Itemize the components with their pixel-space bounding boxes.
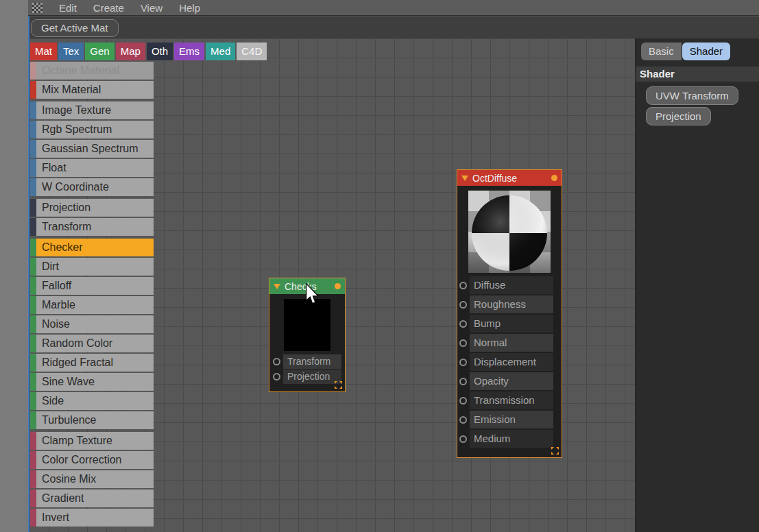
palette-item-color-indicator [30, 335, 36, 352]
menu-item-view[interactable]: View [141, 2, 162, 14]
category-tab-tex[interactable]: Tex [58, 43, 84, 60]
palette-item-color-indicator [30, 432, 36, 450]
palette-item-marble[interactable]: Marble [30, 296, 154, 314]
palette-item-color-indicator [30, 354, 36, 372]
port-circle-icon[interactable] [459, 435, 467, 443]
menu-item-help[interactable]: Help [179, 2, 200, 14]
port-normal[interactable]: Normal [457, 334, 562, 352]
palette-item-label: Side [36, 392, 154, 410]
palette-item-label: Float [36, 159, 154, 177]
palette-item-label: Rgb Spectrum [36, 121, 154, 138]
port-circle-icon[interactable] [459, 416, 467, 424]
port-circle-icon[interactable] [459, 339, 467, 347]
port-transmission[interactable]: Transmission [457, 391, 562, 409]
palette-item-octane-material[interactable]: Octane Material [30, 62, 154, 80]
node-ports: DiffuseRoughnessBumpNormalDisplacementOp… [457, 276, 562, 448]
app-background-strip [0, 0, 28, 532]
palette-item-gradient[interactable]: Gradient [30, 489, 154, 507]
category-tab-med[interactable]: Med [206, 43, 235, 60]
port-circle-icon[interactable] [459, 397, 467, 404]
palette-item-random-color[interactable]: Random Color [30, 335, 154, 352]
category-tab-c4d[interactable]: C4D [237, 43, 267, 60]
palette-item-color-indicator [30, 258, 36, 276]
palette-item-noise[interactable]: Noise [30, 315, 154, 333]
menu-item-create[interactable]: Create [93, 2, 124, 14]
category-tab-mat[interactable]: Mat [30, 43, 57, 60]
node-octdiffuse-header[interactable]: OctDiffuse [457, 170, 562, 186]
port-label: Bump [470, 315, 553, 332]
mouse-cursor-icon [304, 283, 322, 305]
collapse-triangle-icon[interactable] [461, 176, 468, 181]
uvw-transform-button[interactable]: UVW Transform [646, 86, 738, 105]
palette-item-color-indicator [30, 315, 36, 333]
palette-item-w-coordinate[interactable]: W Coordinate [30, 178, 154, 196]
palette-item-label: Mix Material [36, 81, 154, 99]
palette-item-label: Clamp Texture [36, 432, 154, 450]
shader-section-header: Shader [636, 66, 759, 82]
palette-item-falloff[interactable]: Falloff [30, 277, 154, 295]
port-circle-icon[interactable] [459, 320, 467, 328]
category-tab-ems[interactable]: Ems [174, 43, 204, 60]
palette-item-label: Gaussian Spectrum [36, 140, 154, 158]
node-ports: TransformProjection [269, 354, 345, 384]
palette-item-gaussian-spectrum[interactable]: Gaussian Spectrum [30, 140, 154, 158]
palette-item-color-correction[interactable]: Color Correction [30, 451, 154, 469]
expand-icon[interactable] [334, 380, 343, 389]
port-emission[interactable]: Emission [457, 411, 562, 428]
palette-item-mix-material[interactable]: Mix Material [30, 81, 154, 99]
port-circle-icon[interactable] [459, 378, 467, 385]
palette-item-side[interactable]: Side [30, 392, 154, 410]
category-tab-gen[interactable]: Gen [85, 43, 114, 60]
palette-item-ridged-fractal[interactable]: Ridged Fractal [30, 354, 154, 372]
projection-button[interactable]: Projection [646, 107, 711, 125]
octane-node-editor-window: EditCreateViewHelp Get Active Mat MatTex… [0, 0, 759, 532]
port-displacement[interactable]: Displacement [457, 353, 562, 371]
collapse-triangle-icon[interactable] [274, 284, 280, 289]
palette-item-color-indicator [30, 373, 36, 391]
palette-item-cosine-mix[interactable]: Cosine Mix [30, 470, 154, 488]
palette-item-color-indicator [30, 239, 36, 256]
port-circle-icon[interactable] [273, 358, 280, 365]
palette-item-transform[interactable]: Transform [30, 218, 154, 236]
node-title: OctDiffuse [472, 173, 517, 184]
category-tab-oth[interactable]: Oth [147, 43, 173, 60]
tab-shader[interactable]: Shader [682, 43, 730, 60]
node-group-4: Clamp TextureColor CorrectionCosine MixG… [30, 432, 154, 527]
palette-item-float[interactable]: Float [30, 159, 154, 177]
palette-item-turbulence[interactable]: Turbulence [30, 411, 154, 429]
palette-grip-icon[interactable] [32, 3, 43, 13]
palette-item-label: Noise [36, 315, 154, 333]
palette-item-image-texture[interactable]: Image Texture [30, 101, 154, 119]
category-tab-map[interactable]: Map [116, 43, 145, 60]
port-bump[interactable]: Bump [457, 315, 562, 332]
port-circle-icon[interactable] [273, 373, 280, 380]
palette-item-color-indicator [30, 199, 36, 217]
palette-item-dirt[interactable]: Dirt [30, 258, 154, 276]
port-medium[interactable]: Medium [457, 430, 562, 448]
node-group-0: Octane MaterialMix Material [30, 62, 154, 99]
port-circle-icon[interactable] [459, 359, 467, 366]
port-circle-icon[interactable] [459, 301, 467, 309]
palette-item-checker[interactable]: Checker [30, 239, 154, 256]
get-active-mat-button[interactable]: Get Active Mat [31, 19, 119, 37]
palette-item-sine-wave[interactable]: Sine Wave [30, 373, 154, 391]
node-octdiffuse[interactable]: OctDiffuse [457, 169, 562, 458]
expand-icon[interactable] [551, 446, 559, 455]
port-diffuse[interactable]: Diffuse [457, 276, 562, 294]
palette-item-color-indicator [30, 411, 36, 429]
port-roughness[interactable]: Roughness [457, 295, 562, 313]
palette-item-clamp-texture[interactable]: Clamp Texture [30, 432, 154, 450]
palette-item-invert[interactable]: Invert [30, 509, 154, 527]
tab-basic[interactable]: Basic [641, 43, 682, 60]
port-circle-icon[interactable] [459, 282, 467, 289]
menu-item-edit[interactable]: Edit [59, 2, 77, 14]
port-transform[interactable]: Transform [269, 354, 345, 369]
palette-item-color-indicator [30, 178, 36, 196]
port-label: Displacement [470, 353, 553, 371]
palette-item-label: Random Color [36, 335, 154, 352]
port-opacity[interactable]: Opacity [457, 372, 562, 390]
palette-item-projection[interactable]: Projection [30, 199, 154, 217]
palette-item-color-indicator [30, 101, 36, 119]
palette-item-rgb-spectrum[interactable]: Rgb Spectrum [30, 121, 154, 138]
port-label: Emission [470, 411, 553, 428]
